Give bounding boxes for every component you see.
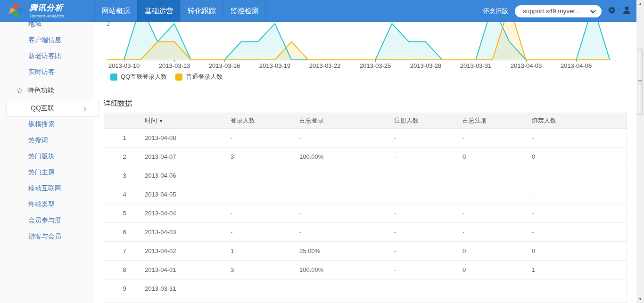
x-tick-label: 2013-03-10 [103,62,145,69]
settings-button[interactable] [607,6,616,16]
sidebar-item[interactable]: 热门主题 [0,164,94,180]
x-tick-label: 2013-04-03 [505,62,547,69]
table-cell: 100.00% [299,153,394,160]
table-cell: 3 [104,172,145,179]
nav-tab-2[interactable]: 基础运营 [137,0,180,22]
table-cell: 2013-04-06 [145,172,231,179]
table-cell: - [532,285,627,292]
sidebar-item[interactable]: 纵横搜索 [0,116,94,132]
sidebar-item[interactable]: 地域 [0,22,94,32]
sidebar-group-header: ☆特色功能 [0,82,94,98]
x-tick-label: 2013-03-25 [354,62,396,69]
table-cell: - [462,134,532,141]
detail-data-table: 时间▼登录人数占总登录注册人数占总注册绑定人数12013-04-08-----2… [104,113,627,303]
old-version-link[interactable]: 怀念旧版 [483,7,508,16]
table-cell: 1 [104,134,145,141]
legend-item-2[interactable]: 普通登录人数 [175,73,223,81]
column-header: 绑定人数 [532,116,627,125]
column-header: 占总注册 [462,116,532,125]
table-cell: - [299,191,394,198]
table-row: 72013-04-02125.00%-00 [104,242,627,261]
table-cell: - [231,134,299,141]
sidebar-item[interactable]: 客户端信息 [0,32,94,48]
tencent-analytics-logo-icon [8,2,25,21]
x-tick-label: 2013-03-16 [203,62,246,69]
chevron-down-icon [590,7,596,16]
account-dropdown-value: support.s49.myver... [523,8,590,15]
table-cell: - [231,191,299,198]
table-cell: 6 [104,229,145,236]
x-tick-label: 2013-03-22 [304,62,346,69]
table-cell: 2013-04-04 [145,210,231,217]
legend-label: QQ互联登录人数 [121,73,167,81]
table-cell: - [394,285,462,292]
down-arrow-icon[interactable]: ▼ [636,295,644,303]
sidebar-item[interactable]: 热门版块 [0,148,94,164]
table-cell: 3 [231,266,299,273]
table-cell: 2013-04-05 [145,191,231,198]
table-cell: 2013-04-03 [145,229,231,236]
table-cell: 0 [532,247,627,254]
table-cell: 2013-04-07 [145,153,231,160]
sidebar-item[interactable]: 新老访客比 [0,48,94,64]
column-header: 登录人数 [231,116,299,125]
sidebar-item[interactable]: 终端类型 [0,197,94,213]
table-cell: - [299,134,394,141]
table-cell: 2013-04-08 [145,134,231,141]
app-body: 地域客户端信息新老访客比实时访客☆特色功能QQ互联›纵横搜索热搜词热门版块热门主… [0,22,636,303]
table-cell: 100.00% [299,266,394,273]
table-cell: - [394,172,462,179]
column-header[interactable]: 时间▼ [145,116,231,125]
legend-item-1[interactable]: QQ互联登录人数 [110,73,167,81]
sidebar-item[interactable]: 游客与会员 [0,229,94,245]
table-cell: - [462,210,532,217]
account-dropdown[interactable]: support.s49.myver... [515,5,602,17]
table-cell: 2013-03-31 [145,285,231,292]
user-icon [622,5,632,17]
vertical-scrollbar[interactable]: ▲ ▼ [636,0,644,303]
table-row: 92013-03-31----- [104,279,627,298]
nav-tab-4[interactable]: 监控检测 [223,0,266,22]
table-cell: - [299,285,394,292]
x-tick-label: 2013-03-28 [405,62,447,69]
sidebar-item[interactable]: 移动互联网 [0,180,94,197]
table-cell: - [231,210,299,217]
legend-label: 普通登录人数 [186,73,223,81]
table-row: 12013-04-08----- [104,129,627,147]
detail-section-title: 详细数据 [104,99,132,108]
chevron-right-icon: › [83,104,86,113]
table-cell: - [462,285,532,292]
table-cell: 3 [231,153,299,160]
table-cell: - [394,266,462,273]
table-cell: 2 [104,153,145,160]
table-cell: - [394,247,462,254]
nav-tab-3[interactable]: 转化跟踪 [180,0,223,22]
table-cell: - [532,172,627,179]
x-tick-label: 2013-04-06 [555,62,597,69]
sidebar-item[interactable]: 会员参与度 [0,213,94,229]
tencent-analytics-app: 腾讯分析 Tencent Analytics 网站概况基础运营转化跟踪监控检测 … [0,0,644,303]
column-header: 占总登录 [299,116,394,125]
sidebar-item[interactable]: 热搜词 [0,132,94,148]
up-arrow-icon[interactable]: ▲ [636,0,644,8]
table-cell: - [394,229,462,236]
x-tick-label: 2013-03-13 [153,62,196,69]
table-cell: - [394,134,462,141]
table-cell: - [231,229,299,236]
sidebar-item[interactable]: 实时访客 [0,64,94,80]
gear-icon [607,6,616,16]
table-cell: 7 [104,247,145,254]
star-outline-icon: ☆ [16,87,23,95]
scrollbar-thumb[interactable] [637,49,643,115]
table-cell: - [462,229,532,236]
table-cell: - [462,191,532,198]
table-cell: - [394,210,462,217]
top-nav: 腾讯分析 Tencent Analytics 网站概况基础运营转化跟踪监控检测 … [0,0,636,22]
nav-tab-1[interactable]: 网站概况 [94,0,137,22]
sidebar-item-selected[interactable]: QQ互联› [7,100,99,116]
brand[interactable]: 腾讯分析 Tencent Analytics [0,2,94,21]
table-cell: - [462,172,532,179]
account-button[interactable] [622,5,632,17]
table-row-partial [104,298,627,303]
table-cell: 8 [104,266,145,273]
